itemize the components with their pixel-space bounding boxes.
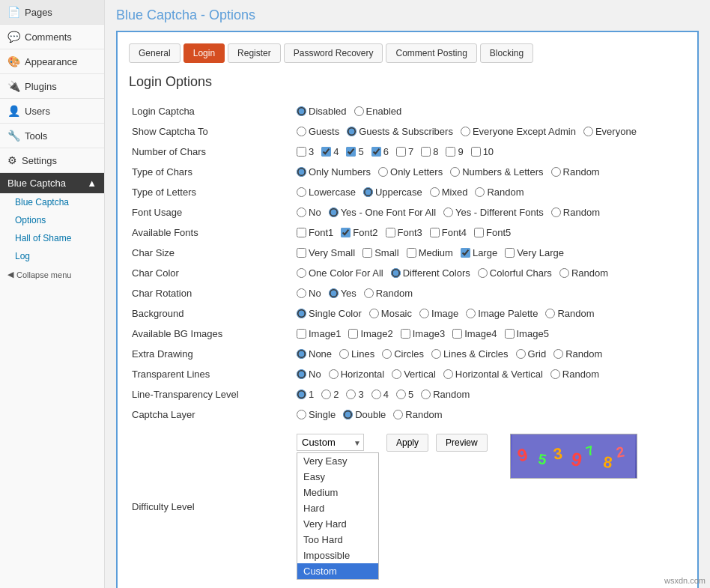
available-bg-images-image1-input[interactable] bbox=[297, 329, 306, 339]
transparent-lines-no-label[interactable]: No bbox=[297, 369, 321, 380]
available-bg-images-image3-label[interactable]: Image3 bbox=[401, 328, 445, 339]
available-fonts-font5-label[interactable]: Font5 bbox=[474, 227, 511, 238]
line-transparency-level-3-input[interactable] bbox=[346, 390, 356, 399]
type-of-chars-only-numbers-input[interactable] bbox=[297, 167, 306, 177]
available-bg-images-image1-label[interactable]: Image1 bbox=[297, 328, 341, 339]
extra-drawing-lines-circles-label[interactable]: Lines & Circles bbox=[431, 348, 509, 360]
type-of-letters-random-input[interactable] bbox=[475, 187, 485, 197]
background-mosaic-input[interactable] bbox=[369, 309, 379, 318]
number-of-chars-8-input[interactable] bbox=[421, 147, 431, 157]
extra-drawing-lines-label[interactable]: Lines bbox=[339, 348, 374, 360]
number-of-chars-10-label[interactable]: 10 bbox=[471, 146, 494, 157]
log-link[interactable]: Log bbox=[0, 247, 104, 265]
show-captcha-to-guests-label[interactable]: Guests bbox=[297, 126, 339, 137]
available-fonts-font1-input[interactable] bbox=[297, 228, 306, 237]
type-of-chars-only-letters-input[interactable] bbox=[378, 167, 388, 177]
tab-login[interactable]: Login bbox=[183, 43, 225, 63]
available-fonts-font1-label[interactable]: Font1 bbox=[297, 227, 333, 238]
transparent-lines-horizontal-input[interactable] bbox=[329, 369, 339, 379]
available-bg-images-image5-label[interactable]: Image5 bbox=[505, 328, 549, 339]
background-image-input[interactable] bbox=[419, 309, 429, 318]
type-of-chars-only-letters-label[interactable]: Only Letters bbox=[378, 166, 443, 178]
type-of-chars-numbers-letters-input[interactable] bbox=[450, 167, 460, 177]
available-fonts-font5-input[interactable] bbox=[474, 228, 484, 237]
difficulty-option-impossible[interactable]: Impossible bbox=[297, 548, 378, 563]
number-of-chars-8-label[interactable]: 8 bbox=[421, 146, 438, 157]
captcha-layer-random-input[interactable] bbox=[393, 410, 403, 419]
line-transparency-level-4-input[interactable] bbox=[371, 390, 381, 399]
char-size-large-input[interactable] bbox=[461, 248, 470, 258]
transparent-lines-random-input[interactable] bbox=[550, 369, 560, 379]
font-usage-random-label[interactable]: Random bbox=[551, 207, 600, 218]
background-mosaic-label[interactable]: Mosaic bbox=[369, 308, 412, 319]
tab-password-recovery[interactable]: Password Recovery bbox=[284, 43, 383, 63]
available-fonts-font4-input[interactable] bbox=[430, 228, 440, 237]
tab-general[interactable]: General bbox=[129, 43, 180, 63]
line-transparency-level-random-input[interactable] bbox=[421, 390, 431, 399]
char-color-colorful-label[interactable]: Colorful Chars bbox=[478, 267, 552, 279]
char-rotation-no-label[interactable]: No bbox=[297, 288, 321, 299]
type-of-chars-random-label[interactable]: Random bbox=[551, 166, 600, 178]
extra-drawing-grid-label[interactable]: Grid bbox=[516, 348, 547, 360]
hall-of-shame-link[interactable]: Hall of Shame bbox=[0, 229, 104, 247]
background-single-color-label[interactable]: Single Color bbox=[297, 308, 362, 319]
number-of-chars-6-input[interactable] bbox=[371, 147, 381, 157]
line-transparency-level-5-input[interactable] bbox=[396, 390, 406, 399]
sidebar-item-pages[interactable]: 📄Pages bbox=[0, 0, 104, 25]
font-usage-yes-one-label[interactable]: Yes - One Font For All bbox=[329, 207, 436, 218]
extra-drawing-random-label[interactable]: Random bbox=[553, 348, 602, 360]
transparent-lines-vertical-input[interactable] bbox=[392, 369, 401, 379]
available-fonts-font3-label[interactable]: Font3 bbox=[386, 227, 422, 238]
number-of-chars-7-label[interactable]: 7 bbox=[396, 146, 413, 157]
show-captcha-to-everyone-label[interactable]: Everyone bbox=[583, 126, 637, 137]
number-of-chars-4-label[interactable]: 4 bbox=[321, 146, 339, 157]
char-color-one-color-label[interactable]: One Color For All bbox=[297, 267, 383, 279]
type-of-letters-random-label[interactable]: Random bbox=[475, 187, 524, 198]
difficulty-option-very-easy[interactable]: Very Easy bbox=[297, 453, 378, 469]
number-of-chars-6-label[interactable]: 6 bbox=[371, 146, 389, 157]
type-of-letters-mixed-input[interactable] bbox=[430, 187, 440, 197]
show-captcha-to-guests-input[interactable] bbox=[297, 127, 306, 136]
extra-drawing-lines-input[interactable] bbox=[339, 349, 349, 359]
extra-drawing-none-input[interactable] bbox=[297, 349, 306, 359]
tab-register[interactable]: Register bbox=[228, 43, 281, 63]
difficulty-option-custom[interactable]: Custom bbox=[297, 563, 378, 579]
difficulty-option-very-hard[interactable]: Very Hard bbox=[297, 516, 378, 532]
available-bg-images-image2-label[interactable]: Image2 bbox=[348, 328, 392, 339]
line-transparency-level-1-label[interactable]: 1 bbox=[297, 389, 314, 400]
font-usage-yes-diff-input[interactable] bbox=[443, 207, 453, 217]
char-size-very-large-input[interactable] bbox=[505, 248, 515, 258]
type-of-chars-numbers-letters-label[interactable]: Numbers & Letters bbox=[450, 166, 543, 178]
type-of-letters-uppercase-input[interactable] bbox=[363, 187, 373, 197]
preview-button[interactable]: Preview bbox=[436, 434, 488, 452]
char-size-large-label[interactable]: Large bbox=[461, 247, 497, 258]
number-of-chars-3-input[interactable] bbox=[297, 147, 306, 157]
transparent-lines-both-label[interactable]: Horizontal & Vertical bbox=[443, 369, 543, 380]
transparent-lines-no-input[interactable] bbox=[297, 369, 306, 379]
available-bg-images-image3-input[interactable] bbox=[401, 329, 410, 339]
font-usage-no-label[interactable]: No bbox=[297, 207, 321, 218]
login-captcha-disabled-input[interactable] bbox=[297, 106, 306, 116]
font-usage-no-input[interactable] bbox=[297, 207, 306, 217]
type-of-letters-mixed-label[interactable]: Mixed bbox=[430, 187, 468, 198]
login-captcha-enabled-label[interactable]: Enabled bbox=[354, 106, 402, 117]
char-color-diff-colors-input[interactable] bbox=[391, 268, 401, 278]
show-captcha-to-guests-subscribers-input[interactable] bbox=[347, 127, 356, 136]
sidebar-item-plugins[interactable]: 🔌Plugins bbox=[0, 74, 104, 99]
char-color-one-color-input[interactable] bbox=[297, 268, 306, 278]
available-fonts-font2-input[interactable] bbox=[341, 228, 351, 237]
line-transparency-level-5-label[interactable]: 5 bbox=[396, 389, 413, 400]
captcha-layer-single-input[interactable] bbox=[297, 410, 306, 419]
sidebar-collapse[interactable]: ◀ Collapse menu bbox=[0, 265, 104, 284]
char-size-medium-label[interactable]: Medium bbox=[407, 247, 453, 258]
number-of-chars-10-input[interactable] bbox=[471, 147, 481, 157]
background-image-label[interactable]: Image bbox=[419, 308, 458, 319]
char-size-very-large-label[interactable]: Very Large bbox=[505, 247, 564, 258]
char-rotation-no-input[interactable] bbox=[297, 288, 306, 298]
background-single-color-input[interactable] bbox=[297, 309, 306, 318]
transparent-lines-random-label[interactable]: Random bbox=[550, 369, 599, 380]
background-image-palette-input[interactable] bbox=[466, 309, 476, 318]
char-size-very-small-input[interactable] bbox=[297, 248, 306, 258]
char-size-small-label[interactable]: Small bbox=[362, 247, 399, 258]
transparent-lines-vertical-label[interactable]: Vertical bbox=[392, 369, 436, 380]
